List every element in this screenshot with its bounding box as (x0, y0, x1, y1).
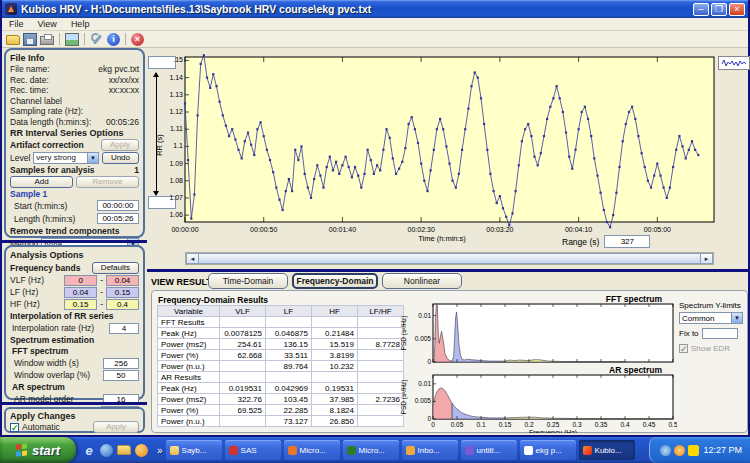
ie-icon[interactable]: e (82, 443, 96, 457)
updates-tray-icon[interactable] (688, 445, 699, 456)
remove-sample-button[interactable]: Remove (76, 176, 139, 188)
close-button[interactable]: × (729, 3, 745, 16)
level-select[interactable]: very strong ▼ (33, 152, 99, 164)
menu-help[interactable]: Help (64, 19, 97, 29)
band-high-field[interactable] (106, 287, 139, 298)
taskbar-button-inbo[interactable]: Inbo... (402, 440, 458, 460)
results-section-title: Frequency-Domain Results (158, 295, 268, 305)
toolbar-separator (84, 33, 85, 45)
value-cell: 136.15 (266, 339, 312, 350)
variable-cell: Power (n.u.) (158, 361, 220, 372)
ylimits-label: Spectrum Y-limits (679, 301, 745, 310)
window-overlap-field[interactable] (103, 370, 139, 381)
nav-tray-icon[interactable] (660, 445, 671, 456)
taskbar-button-untitl[interactable]: untitl... (461, 440, 517, 460)
value-cell: 69.525 (220, 405, 266, 416)
taskbar-button-sas[interactable]: SAS (225, 440, 281, 460)
band-high-field[interactable] (106, 299, 139, 310)
overflow-chevron-icon[interactable]: » (154, 445, 166, 456)
automatic-checkbox[interactable]: ✓ (10, 423, 19, 432)
value-cell: 0.042969 (266, 383, 312, 394)
taskbar-button-label: Inbo... (418, 446, 440, 455)
folder-icon[interactable] (117, 445, 131, 455)
preferences-icon[interactable] (90, 33, 104, 46)
frequency-band-row: LF (Hz)- (10, 286, 139, 298)
table-row: FFT Results (158, 317, 404, 328)
frequency-band-row: VLF (Hz)- (10, 274, 139, 286)
add-sample-button[interactable]: Add (10, 176, 73, 188)
taskbar-button-sayb[interactable]: Sayb... (166, 440, 222, 460)
open-file-icon[interactable] (6, 35, 20, 45)
rr-horizontal-scrollbar[interactable]: ◄ ► (185, 252, 714, 265)
results-divider (147, 269, 750, 272)
menu-file[interactable]: File (2, 19, 31, 29)
band-high-field[interactable] (106, 275, 139, 286)
taskbar-button-micro[interactable]: Micro... (343, 440, 399, 460)
overview-thumbnail-button[interactable] (718, 56, 750, 70)
band-low-field[interactable] (64, 299, 97, 310)
show-edr-checkbox[interactable]: ✓ (679, 344, 688, 353)
clock-tray-icon[interactable] (674, 445, 685, 456)
value-cell: 15.519 (312, 339, 358, 350)
ylimits-select[interactable]: Common ▼ (679, 312, 743, 324)
start-time-field[interactable] (97, 200, 139, 211)
fixto-label: Fix to (679, 329, 699, 338)
undo-button[interactable]: Undo (102, 152, 139, 164)
screen: Kubios HRV - H:\Documents\files.13\Saybr… (0, 0, 750, 463)
messenger-icon[interactable] (100, 444, 113, 457)
svg-text:0.35: 0.35 (595, 421, 608, 428)
scrollbar-thumb[interactable] (199, 253, 700, 264)
table-row: Power (ms2)254.61136.1515.5198.7728 (158, 339, 404, 350)
fixto-field[interactable] (702, 328, 738, 339)
defaults-button[interactable]: Defaults (92, 262, 139, 274)
spectrum-ylimits-panel: Spectrum Y-limits Common ▼ Fix to ✓ Show… (679, 301, 745, 353)
length-label: Length (h:min:s) (14, 214, 75, 224)
restore-button[interactable]: ❐ (711, 3, 727, 16)
fft-spectrum-plot[interactable]: 00.0050.01PSD (s²/Hz) (397, 302, 677, 364)
ar-spectrum-plot[interactable]: 00.050.10.150.20.250.30.350.40.450.500.0… (397, 373, 677, 433)
start-button[interactable]: start (0, 437, 76, 463)
taskbar: start e » Sayb...SASMicro...Micro...Inbo… (0, 437, 750, 463)
tab-frequency-domain[interactable]: Frequency-Domain (292, 273, 378, 289)
taskbar-button-ekgp[interactable]: ekg p... (520, 440, 576, 460)
table-row: Peak (Hz)0.0195310.0429690.19531 (158, 383, 404, 394)
svg-text:1.12: 1.12 (169, 108, 183, 115)
variable-cell: Peak (Hz) (158, 328, 220, 339)
length-field[interactable] (97, 213, 139, 224)
rr-interval-plot[interactable]: .151.141.131.121.111.11.091.081.071.0600… (148, 50, 718, 246)
scroll-left-icon[interactable]: ◄ (186, 253, 199, 264)
titlebar[interactable]: Kubios HRV - H:\Documents\files.13\Saybr… (2, 0, 748, 18)
svg-text:0.25: 0.25 (547, 421, 560, 428)
tab-time-domain[interactable]: Time-Domain (208, 273, 288, 289)
window-width-field[interactable] (103, 358, 139, 369)
variable-cell: Power (%) (158, 405, 220, 416)
artifact-apply-button[interactable]: Apply (101, 139, 139, 151)
print-icon[interactable] (40, 36, 54, 45)
apply-changes-button[interactable]: Apply (93, 421, 139, 433)
value-cell: 37.985 (312, 394, 358, 405)
variable-cell: Power (ms2) (158, 339, 220, 350)
tab-nonlinear[interactable]: Nonlinear (382, 273, 462, 289)
export-image-icon[interactable] (65, 33, 79, 46)
scroll-right-icon[interactable]: ► (700, 253, 713, 264)
value-cell: 103.45 (266, 394, 312, 405)
file-info-label: Data length (h:min:s): (10, 117, 91, 127)
minimize-button[interactable]: – (693, 3, 709, 16)
band-low-field[interactable] (64, 287, 97, 298)
window-title: Kubios HRV - H:\Documents\files.13\Saybr… (21, 3, 693, 15)
band-low-field[interactable] (64, 275, 97, 286)
menu-view[interactable]: View (31, 19, 64, 29)
taskbar-button-micro[interactable]: Micro... (284, 440, 340, 460)
close-file-icon[interactable]: × (131, 33, 144, 46)
show-edr-label: Show EDR (691, 344, 730, 353)
clock-icon[interactable] (135, 444, 148, 457)
interp-rate-field[interactable] (109, 323, 139, 334)
value-cell: 0.046875 (266, 328, 312, 339)
taskbar-button-kubio[interactable]: Kubio... (579, 440, 635, 460)
about-icon[interactable]: i (107, 33, 120, 46)
samples-label: Samples for analysis (10, 165, 95, 175)
range-field[interactable] (604, 235, 650, 248)
save-icon[interactable] (23, 33, 37, 46)
band-dash: - (100, 299, 103, 309)
file-info-value: xx:xx:xx (109, 85, 139, 95)
